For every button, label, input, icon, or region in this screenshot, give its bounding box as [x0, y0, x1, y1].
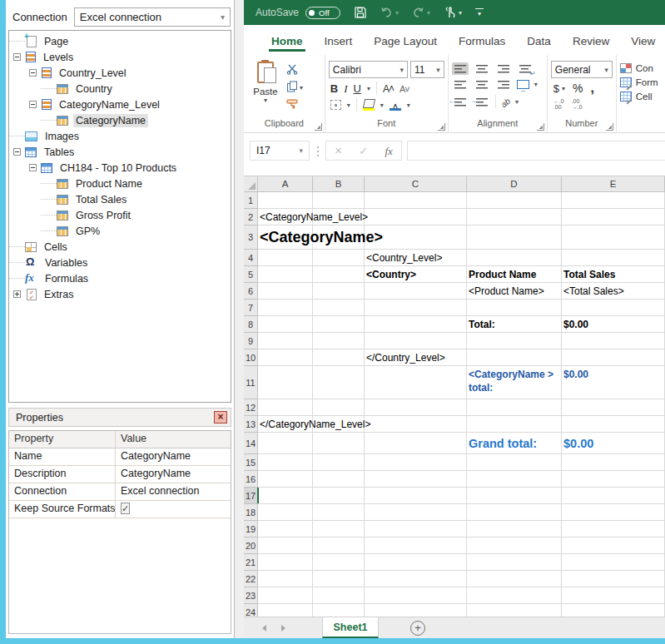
cell-D15[interactable] [467, 454, 562, 471]
cell-E2[interactable] [562, 209, 665, 225]
font-color-icon[interactable] [390, 99, 401, 111]
cell-B14[interactable] [313, 433, 365, 454]
cell-A7[interactable] [258, 300, 313, 316]
cell-E6[interactable]: <Total Sales> [562, 283, 665, 300]
collapse-icon[interactable] [29, 69, 37, 77]
cell-A8[interactable] [258, 316, 313, 333]
cell-C16[interactable] [365, 471, 467, 488]
cell-D10[interactable] [467, 349, 562, 366]
cell-C11[interactable] [365, 366, 467, 399]
cell-E22[interactable] [562, 571, 665, 587]
cell-B24[interactable] [313, 604, 365, 617]
cell-A19[interactable] [258, 521, 313, 537]
decrease-font-size-button[interactable] [399, 81, 409, 96]
italic-button[interactable] [344, 81, 347, 96]
font-size-combobox[interactable]: 11▾ [410, 61, 444, 78]
cell-A1[interactable] [258, 192, 313, 209]
property-value[interactable]: Excel connection [116, 483, 231, 500]
cell-E23[interactable] [562, 587, 665, 604]
cell-C5[interactable]: <Country> [365, 266, 467, 283]
cell-A15[interactable] [258, 454, 313, 471]
cell-D9[interactable] [467, 333, 562, 349]
property-value[interactable]: CategoryName [116, 448, 231, 465]
cell-D2[interactable] [467, 209, 562, 225]
borders-icon[interactable] [330, 100, 341, 110]
cell-D12[interactable] [467, 399, 562, 416]
font-name-combobox[interactable]: Calibri▾ [329, 61, 408, 78]
bold-button[interactable] [330, 81, 338, 96]
cell-E1[interactable] [562, 192, 665, 209]
tree-item-images[interactable]: Images [9, 128, 231, 144]
cell-D5[interactable]: Product Name [467, 266, 562, 283]
cell-B4[interactable] [313, 250, 365, 266]
cell-D23[interactable] [467, 587, 562, 604]
cell-A6[interactable] [258, 283, 313, 300]
collapse-icon[interactable] [29, 164, 37, 171]
row-header-9[interactable]: 9 [244, 333, 258, 349]
cell-D11[interactable]: <CategoryName > total: [467, 366, 562, 399]
tree-item-page[interactable]: Page [9, 33, 231, 49]
add-sheet-button[interactable]: + [410, 621, 425, 636]
cell-C9[interactable] [365, 333, 467, 349]
cell-A18[interactable] [258, 504, 313, 521]
alignment-dialog-launcher[interactable] [537, 123, 544, 131]
cell-D17[interactable] [467, 488, 562, 504]
column-header-e[interactable]: E [562, 176, 665, 192]
collapse-icon[interactable] [13, 53, 21, 61]
clipboard-dialog-launcher[interactable] [315, 123, 322, 131]
cell-C19[interactable] [365, 521, 467, 537]
cell-C14[interactable] [365, 433, 467, 454]
row-header-10[interactable]: 10 [244, 349, 258, 366]
cell-D16[interactable] [467, 471, 562, 488]
cell-A14[interactable] [258, 433, 313, 454]
comma-style-button[interactable] [591, 81, 594, 96]
cell-E17[interactable] [562, 488, 665, 504]
tab-insert[interactable]: Insert [314, 28, 364, 55]
tab-formulas[interactable]: Formulas [448, 28, 516, 55]
formula-bar-grip[interactable] [317, 146, 319, 148]
column-header-a[interactable]: A [258, 176, 313, 192]
cell-C18[interactable] [365, 504, 467, 521]
paste-button[interactable]: Paste ▾ [247, 58, 284, 112]
merge-center-icon[interactable] [517, 80, 529, 89]
cut-button[interactable] [284, 62, 305, 77]
cell-E13[interactable] [562, 416, 665, 433]
property-value[interactable]: CategoryName [116, 466, 231, 483]
spreadsheet-grid[interactable]: ABCDE12<CategoryName_Level>3<CategoryNam… [244, 176, 665, 617]
cell-A4[interactable] [258, 250, 313, 266]
cell-E18[interactable] [562, 504, 665, 521]
row-header-5[interactable]: 5 [244, 266, 258, 283]
cell-C8[interactable] [365, 316, 467, 333]
row-header-14[interactable]: 14 [244, 433, 258, 454]
percent-style-button[interactable] [573, 81, 583, 96]
cell-C17[interactable] [365, 488, 467, 504]
align-left-button[interactable] [452, 78, 469, 91]
cell-A23[interactable] [258, 587, 313, 604]
tree-item-gp[interactable]: GP% [9, 223, 231, 239]
number-dialog-launcher[interactable] [606, 123, 613, 131]
column-header-d[interactable]: D [467, 176, 562, 192]
cell-B12[interactable] [313, 399, 365, 416]
customize-quick-access-toolbar-button[interactable]: ▾ [475, 8, 484, 17]
cell-A3[interactable]: <CategoryName> [258, 225, 313, 250]
cell-B5[interactable] [313, 266, 365, 283]
cell-E4[interactable] [562, 250, 665, 266]
connection-dropdown[interactable]: Excel connection ▾ [74, 7, 231, 27]
tree-item-total-sales[interactable]: Total Sales [9, 191, 231, 207]
cell-A13[interactable]: </CategoryName_Level> [258, 416, 313, 433]
cell-A12[interactable] [258, 399, 313, 416]
confirm-entry-button[interactable] [359, 143, 368, 158]
cell-E7[interactable] [562, 300, 665, 316]
wrap-text-button[interactable] [517, 62, 533, 75]
top-align-button[interactable] [452, 62, 469, 75]
autosave-toggle[interactable]: Off [305, 7, 340, 19]
cell-D22[interactable] [467, 571, 562, 587]
format-as-table-button[interactable]: Form [620, 77, 662, 87]
cell-B6[interactable] [313, 283, 365, 300]
row-header-20[interactable]: 20 [244, 537, 258, 554]
cell-E14[interactable]: $0.00 [562, 433, 665, 454]
tab-review[interactable]: Review [562, 28, 620, 55]
save-button[interactable] [354, 6, 367, 19]
cell-C22[interactable] [365, 571, 467, 587]
middle-align-button[interactable] [474, 62, 490, 75]
